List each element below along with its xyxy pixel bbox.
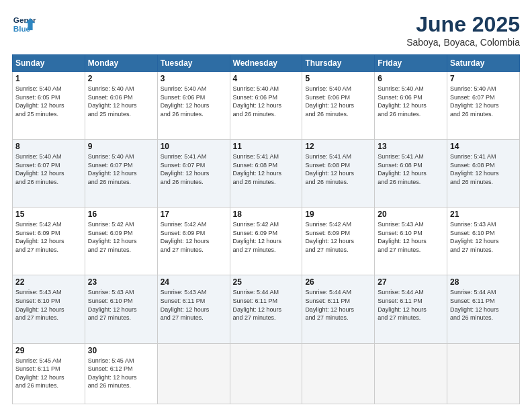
day-number: 24 [161, 277, 227, 287]
day-info: Sunrise: 5:42 AM Sunset: 6:09 PM Dayligh… [305, 220, 371, 254]
day-number: 11 [233, 142, 300, 151]
calendar-cell [447, 343, 520, 404]
day-info: Sunrise: 5:40 AM Sunset: 6:07 PM Dayligh… [15, 152, 82, 186]
day-number: 29 [15, 346, 82, 355]
day-number: 23 [88, 277, 154, 287]
day-info: Sunrise: 5:44 AM Sunset: 6:11 PM Dayligh… [305, 288, 371, 322]
day-number: 2 [88, 74, 154, 83]
day-info: Sunrise: 5:43 AM Sunset: 6:11 PM Dayligh… [161, 288, 227, 322]
day-number: 20 [378, 210, 444, 219]
day-number: 14 [450, 142, 517, 151]
calendar-cell: 28Sunrise: 5:44 AM Sunset: 6:11 PM Dayli… [447, 275, 520, 343]
weekday-header-sunday: Sunday [13, 55, 85, 72]
weekday-header-tuesday: Tuesday [157, 55, 230, 72]
day-number: 13 [378, 142, 444, 151]
calendar-cell: 21Sunrise: 5:43 AM Sunset: 6:10 PM Dayli… [447, 208, 520, 275]
calendar-cell: 1Sunrise: 5:40 AM Sunset: 6:05 PM Daylig… [13, 72, 85, 140]
calendar-cell: 30Sunrise: 5:45 AM Sunset: 6:12 PM Dayli… [85, 343, 157, 404]
day-info: Sunrise: 5:40 AM Sunset: 6:07 PM Dayligh… [450, 85, 517, 118]
day-info: Sunrise: 5:41 AM Sunset: 6:07 PM Dayligh… [161, 152, 227, 186]
title-block: June 2025 Saboya, Boyaca, Colombia [406, 12, 520, 48]
day-info: Sunrise: 5:43 AM Sunset: 6:10 PM Dayligh… [450, 220, 517, 254]
day-info: Sunrise: 5:40 AM Sunset: 6:05 PM Dayligh… [15, 85, 82, 118]
page: General Blue June 2025 Saboya, Boyaca, C… [0, 0, 532, 411]
calendar-cell: 29Sunrise: 5:45 AM Sunset: 6:11 PM Dayli… [13, 343, 85, 404]
calendar-cell [302, 343, 375, 404]
day-info: Sunrise: 5:41 AM Sunset: 6:08 PM Dayligh… [305, 152, 371, 186]
day-info: Sunrise: 5:45 AM Sunset: 6:12 PM Dayligh… [88, 357, 154, 390]
day-number: 19 [305, 210, 371, 219]
day-info: Sunrise: 5:42 AM Sunset: 6:09 PM Dayligh… [233, 220, 300, 254]
weekday-header-wednesday: Wednesday [230, 55, 302, 72]
day-info: Sunrise: 5:43 AM Sunset: 6:10 PM Dayligh… [378, 220, 444, 254]
weekday-header-thursday: Thursday [302, 55, 375, 72]
calendar-week-row: 15Sunrise: 5:42 AM Sunset: 6:09 PM Dayli… [13, 208, 520, 275]
weekday-header-saturday: Saturday [447, 55, 520, 72]
day-number: 5 [305, 74, 371, 83]
month-title: June 2025 [406, 12, 520, 37]
calendar-week-row: 29Sunrise: 5:45 AM Sunset: 6:11 PM Dayli… [13, 343, 520, 404]
day-info: Sunrise: 5:44 AM Sunset: 6:11 PM Dayligh… [450, 288, 517, 322]
calendar-cell: 18Sunrise: 5:42 AM Sunset: 6:09 PM Dayli… [230, 208, 302, 275]
calendar-week-row: 22Sunrise: 5:43 AM Sunset: 6:10 PM Dayli… [13, 275, 520, 343]
day-info: Sunrise: 5:41 AM Sunset: 6:08 PM Dayligh… [233, 152, 300, 186]
calendar-cell: 6Sunrise: 5:40 AM Sunset: 6:06 PM Daylig… [375, 72, 447, 140]
day-number: 1 [15, 74, 82, 83]
day-info: Sunrise: 5:42 AM Sunset: 6:09 PM Dayligh… [15, 220, 82, 254]
calendar-cell [375, 343, 447, 404]
calendar-cell: 24Sunrise: 5:43 AM Sunset: 6:11 PM Dayli… [157, 275, 230, 343]
day-number: 8 [15, 142, 82, 151]
day-number: 17 [161, 210, 227, 219]
day-info: Sunrise: 5:43 AM Sunset: 6:10 PM Dayligh… [15, 288, 82, 322]
day-info: Sunrise: 5:42 AM Sunset: 6:09 PM Dayligh… [161, 220, 227, 254]
calendar-cell: 12Sunrise: 5:41 AM Sunset: 6:08 PM Dayli… [302, 140, 375, 208]
weekday-header-monday: Monday [85, 55, 157, 72]
svg-text:General: General [13, 15, 36, 24]
day-number: 16 [88, 210, 154, 219]
calendar-cell: 19Sunrise: 5:42 AM Sunset: 6:09 PM Dayli… [302, 208, 375, 275]
day-number: 28 [450, 277, 517, 287]
day-info: Sunrise: 5:40 AM Sunset: 6:06 PM Dayligh… [88, 85, 154, 118]
calendar-cell: 7Sunrise: 5:40 AM Sunset: 6:07 PM Daylig… [447, 72, 520, 140]
calendar-cell: 13Sunrise: 5:41 AM Sunset: 6:08 PM Dayli… [375, 140, 447, 208]
weekday-header-row: SundayMondayTuesdayWednesdayThursdayFrid… [13, 55, 520, 72]
day-number: 25 [233, 277, 300, 287]
calendar-table: SundayMondayTuesdayWednesdayThursdayFrid… [12, 54, 520, 404]
day-number: 18 [233, 210, 300, 219]
calendar-cell: 8Sunrise: 5:40 AM Sunset: 6:07 PM Daylig… [13, 140, 85, 208]
day-number: 3 [161, 74, 227, 83]
calendar-cell [157, 343, 230, 404]
day-number: 26 [305, 277, 371, 287]
day-info: Sunrise: 5:40 AM Sunset: 6:06 PM Dayligh… [378, 85, 444, 118]
day-number: 4 [233, 74, 300, 83]
day-info: Sunrise: 5:40 AM Sunset: 6:07 PM Dayligh… [88, 152, 154, 186]
calendar-cell: 9Sunrise: 5:40 AM Sunset: 6:07 PM Daylig… [85, 140, 157, 208]
logo-icon: General Blue [12, 12, 36, 36]
day-info: Sunrise: 5:43 AM Sunset: 6:10 PM Dayligh… [88, 288, 154, 322]
calendar-cell [230, 343, 302, 404]
calendar-cell: 4Sunrise: 5:40 AM Sunset: 6:06 PM Daylig… [230, 72, 302, 140]
day-number: 27 [378, 277, 444, 287]
day-info: Sunrise: 5:40 AM Sunset: 6:06 PM Dayligh… [233, 85, 300, 118]
calendar-cell: 22Sunrise: 5:43 AM Sunset: 6:10 PM Dayli… [13, 275, 85, 343]
calendar-cell: 10Sunrise: 5:41 AM Sunset: 6:07 PM Dayli… [157, 140, 230, 208]
calendar-cell: 25Sunrise: 5:44 AM Sunset: 6:11 PM Dayli… [230, 275, 302, 343]
calendar-cell: 11Sunrise: 5:41 AM Sunset: 6:08 PM Dayli… [230, 140, 302, 208]
calendar-cell: 23Sunrise: 5:43 AM Sunset: 6:10 PM Dayli… [85, 275, 157, 343]
day-info: Sunrise: 5:40 AM Sunset: 6:06 PM Dayligh… [305, 85, 371, 118]
calendar-cell: 27Sunrise: 5:44 AM Sunset: 6:11 PM Dayli… [375, 275, 447, 343]
calendar-cell: 2Sunrise: 5:40 AM Sunset: 6:06 PM Daylig… [85, 72, 157, 140]
day-number: 22 [15, 277, 82, 287]
day-info: Sunrise: 5:41 AM Sunset: 6:08 PM Dayligh… [450, 152, 517, 186]
calendar-cell: 5Sunrise: 5:40 AM Sunset: 6:06 PM Daylig… [302, 72, 375, 140]
day-number: 6 [378, 74, 444, 83]
day-info: Sunrise: 5:44 AM Sunset: 6:11 PM Dayligh… [233, 288, 300, 322]
location-title: Saboya, Boyaca, Colombia [406, 37, 520, 48]
calendar-week-row: 8Sunrise: 5:40 AM Sunset: 6:07 PM Daylig… [13, 140, 520, 208]
calendar-cell: 3Sunrise: 5:40 AM Sunset: 6:06 PM Daylig… [157, 72, 230, 140]
calendar-cell: 17Sunrise: 5:42 AM Sunset: 6:09 PM Dayli… [157, 208, 230, 275]
calendar-week-row: 1Sunrise: 5:40 AM Sunset: 6:05 PM Daylig… [13, 72, 520, 140]
day-number: 10 [161, 142, 227, 151]
calendar-cell: 26Sunrise: 5:44 AM Sunset: 6:11 PM Dayli… [302, 275, 375, 343]
day-number: 30 [88, 346, 154, 355]
